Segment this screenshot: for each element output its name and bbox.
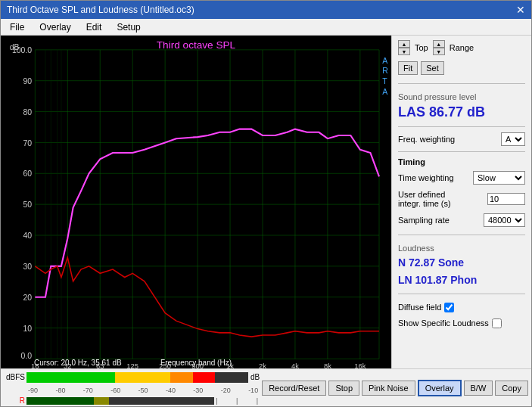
chart-area: 100.0 90 80 70 60 50 40 30 20 10 0.0 dB … (1, 36, 391, 368)
meter-seg-4 (93, 372, 115, 383)
loudness-value-line2: LN 101.87 Phon (398, 273, 525, 288)
r-seg-empty (109, 397, 214, 405)
dbfs-label: dBFS (4, 373, 26, 381)
menu-edit[interactable]: Edit (80, 20, 108, 34)
chart-svg: 100.0 90 80 70 60 50 40 30 20 10 0.0 dB … (1, 36, 391, 368)
svg-text:0.0: 0.0 (21, 352, 33, 360)
diffuse-field-row: Diffuse field (398, 303, 525, 312)
svg-text:T: T (382, 77, 387, 85)
user-integr-input[interactable]: 10 (487, 193, 525, 205)
fit-button[interactable]: Fit (398, 61, 418, 75)
set-button[interactable]: Set (421, 61, 444, 75)
range-up-btn[interactable]: ▲ (433, 40, 445, 48)
scale-60: -60 (110, 387, 120, 394)
stop-button[interactable]: Stop (328, 381, 359, 396)
scale-70: -70 (83, 387, 93, 394)
scale-40: -40 (166, 387, 176, 394)
level-meter-area: dBFS dB (4, 370, 260, 406)
window-title: Third Octave SPL and Loudness (Untitled.… (7, 5, 194, 15)
action-buttons: Record/Reset Stop Pink Noise Overlay B/W… (262, 380, 528, 396)
right-panel: ▲ ▼ Top ▲ ▼ Range Fit Set Sound pressure… (391, 36, 531, 368)
svg-text:4k: 4k (291, 362, 299, 368)
freq-weighting-label: Freq. weighting (398, 135, 455, 144)
r-40: | (257, 397, 258, 405)
meter-seg-empty (215, 372, 248, 383)
copy-button[interactable]: Copy (495, 381, 528, 396)
overlay-button[interactable]: Overlay (418, 380, 462, 396)
menu-overlay[interactable]: Overlay (33, 20, 76, 34)
record-reset-button[interactable]: Record/Reset (262, 381, 326, 396)
sampling-rate-row: Sampling rate 44100 48000 96000 (398, 213, 525, 227)
pink-noise-button[interactable]: Pink Noise (362, 381, 415, 396)
meter-seg-6 (148, 372, 170, 383)
chart-cursor-info: Cursor: 20.0 Hz, 35.61 dB (34, 359, 122, 367)
time-weighting-select[interactable]: Fast Slow Impulse User def. (473, 171, 525, 185)
meter-r-row: R | | | (4, 396, 260, 406)
r-seg-2 (49, 397, 72, 405)
bottom-bar: dBFS dB (1, 368, 531, 406)
top-range-controls: ▲ ▼ Top ▲ ▼ Range (398, 40, 525, 55)
range-label: Range (450, 43, 474, 52)
meter-scale: -90 -80 -70 -60 -50 -40 -30 -20 -10 (26, 387, 260, 394)
menu-bar: File Overlay Edit Setup (1, 19, 531, 36)
loudness-section-label: Loudness (398, 244, 525, 253)
r-80: | (216, 397, 217, 405)
timing-section-label: Timing (398, 157, 525, 166)
freq-weighting-row: Freq. weighting A B C D Z (398, 132, 525, 146)
svg-text:70: 70 (23, 139, 32, 148)
svg-text:80: 80 (23, 108, 32, 117)
top-down-btn[interactable]: ▼ (398, 48, 410, 55)
scale-20: -20 (221, 387, 231, 394)
range-spinner[interactable]: ▲ ▼ (433, 40, 445, 55)
show-specific-row: Show Specific Loudness (398, 318, 525, 328)
freq-weighting-select[interactable]: A B C D Z (501, 132, 525, 146)
svg-text:16k: 16k (354, 362, 366, 368)
bw-button[interactable]: B/W (464, 381, 493, 396)
time-weighting-label: Time weighting (398, 173, 454, 182)
menu-setup[interactable]: Setup (110, 20, 146, 34)
diffuse-field-checkbox[interactable] (444, 303, 454, 312)
svg-text:A: A (382, 57, 387, 65)
user-integr-row: User defined integr. time (s) 10 (398, 190, 525, 208)
r-label: R (4, 396, 26, 405)
title-bar: Third Octave SPL and Loudness (Untitled.… (1, 1, 531, 19)
chart-container: 100.0 90 80 70 60 50 40 30 20 10 0.0 dB … (1, 36, 391, 368)
svg-text:R: R (382, 67, 388, 75)
meter-seg-8 (193, 372, 215, 383)
top-label: Top (415, 43, 428, 52)
spl-value: LAS 86.77 dB (398, 104, 525, 121)
r-seg-1 (26, 397, 49, 405)
user-integr-label: User defined integr. time (s) (398, 190, 466, 208)
close-button[interactable]: ✕ (516, 5, 525, 15)
menu-file[interactable]: File (4, 20, 30, 34)
r-60: | (236, 397, 238, 405)
time-weighting-row: Time weighting Fast Slow Impulse User de… (398, 171, 525, 185)
svg-text:2k: 2k (259, 362, 266, 368)
meter-db-right: dB (250, 373, 260, 381)
meter-seg-5 (115, 372, 148, 383)
r-scale: | | | (214, 397, 260, 405)
svg-text:20: 20 (23, 294, 32, 302)
r-seg-3 (72, 397, 95, 405)
svg-text:dB: dB (10, 43, 20, 51)
scale-50: -50 (138, 387, 148, 394)
sampling-rate-label: Sampling rate (398, 216, 450, 225)
scale-10: -10 (248, 387, 258, 394)
loudness-value-line1: N 72.87 Sone (398, 256, 525, 271)
spl-section-label: Sound pressure level (398, 92, 525, 101)
show-specific-label: Show Specific Loudness (398, 318, 489, 328)
top-spinner[interactable]: ▲ ▼ (398, 40, 410, 55)
scale-90: -90 (28, 387, 38, 394)
show-specific-checkbox[interactable] (492, 318, 502, 328)
main-content: 100.0 90 80 70 60 50 40 30 20 10 0.0 dB … (1, 36, 531, 368)
sampling-rate-select[interactable]: 44100 48000 96000 (484, 213, 525, 227)
svg-text:A: A (382, 88, 387, 96)
svg-text:50: 50 (23, 200, 32, 209)
meter-seg-1 (26, 372, 48, 383)
meter-scale-row: -90 -80 -70 -60 -50 -40 -30 -20 -10 (4, 385, 260, 396)
top-up-btn[interactable]: ▲ (398, 40, 410, 48)
meter-top-row: dBFS dB (4, 370, 260, 385)
scale-80: -80 (55, 387, 65, 394)
svg-text:8k: 8k (324, 362, 331, 368)
range-down-btn[interactable]: ▼ (433, 48, 445, 55)
